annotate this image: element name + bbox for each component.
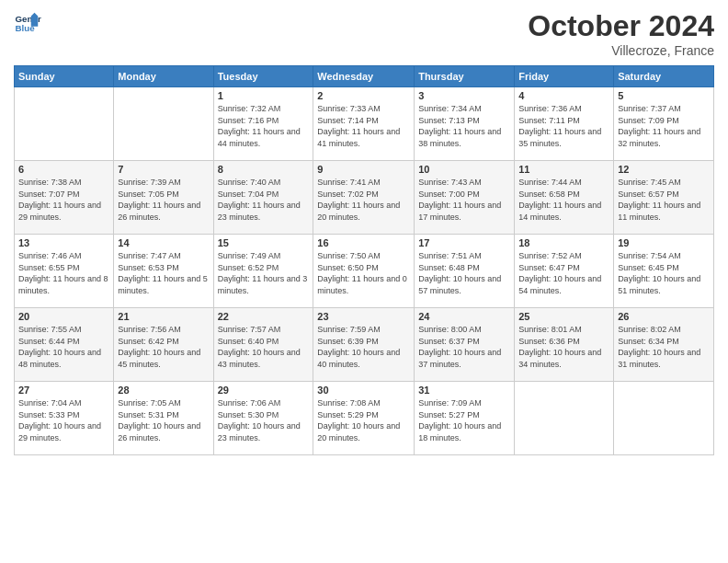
day-number: 27 bbox=[18, 385, 109, 396]
day-info: Sunrise: 8:01 AMSunset: 6:36 PMDaylight:… bbox=[518, 324, 609, 370]
day-number: 7 bbox=[118, 164, 209, 175]
day-number: 18 bbox=[518, 237, 609, 248]
day-number: 8 bbox=[218, 164, 310, 175]
day-info: Sunrise: 7:51 AMSunset: 6:48 PMDaylight:… bbox=[418, 250, 510, 296]
table-row: 20 Sunrise: 7:55 AMSunset: 6:44 PMDaylig… bbox=[15, 308, 114, 382]
day-info: Sunrise: 8:02 AMSunset: 6:34 PMDaylight:… bbox=[618, 324, 710, 370]
table-row: 17 Sunrise: 7:51 AMSunset: 6:48 PMDaylig… bbox=[415, 235, 515, 308]
day-number: 28 bbox=[118, 385, 209, 396]
day-info: Sunrise: 7:55 AMSunset: 6:44 PMDaylight:… bbox=[18, 324, 109, 370]
table-row: 11 Sunrise: 7:44 AMSunset: 6:58 PMDaylig… bbox=[515, 161, 614, 235]
day-info: Sunrise: 7:41 AMSunset: 7:02 PMDaylight:… bbox=[317, 177, 410, 223]
day-number: 4 bbox=[518, 90, 609, 101]
col-tuesday: Tuesday bbox=[213, 66, 313, 87]
day-number: 6 bbox=[18, 164, 109, 175]
day-number: 16 bbox=[317, 237, 410, 248]
table-row: 30 Sunrise: 7:08 AMSunset: 5:29 PMDaylig… bbox=[313, 382, 415, 455]
table-row: 10 Sunrise: 7:43 AMSunset: 7:00 PMDaylig… bbox=[415, 161, 515, 235]
calendar-week-row: 13 Sunrise: 7:46 AMSunset: 6:55 PMDaylig… bbox=[15, 235, 714, 308]
table-row: 14 Sunrise: 7:47 AMSunset: 6:53 PMDaylig… bbox=[114, 235, 213, 308]
day-info: Sunrise: 7:09 AMSunset: 5:27 PMDaylight:… bbox=[418, 397, 510, 443]
day-info: Sunrise: 7:39 AMSunset: 7:05 PMDaylight:… bbox=[118, 177, 209, 223]
day-info: Sunrise: 7:50 AMSunset: 6:50 PMDaylight:… bbox=[317, 250, 410, 296]
day-number: 14 bbox=[118, 237, 209, 248]
table-row: 7 Sunrise: 7:39 AMSunset: 7:05 PMDayligh… bbox=[114, 161, 213, 235]
table-row bbox=[114, 87, 213, 161]
table-row bbox=[515, 382, 614, 455]
col-wednesday: Wednesday bbox=[313, 66, 415, 87]
day-number: 17 bbox=[418, 237, 510, 248]
day-info: Sunrise: 7:59 AMSunset: 6:39 PMDaylight:… bbox=[317, 324, 410, 370]
logo: General Blue bbox=[14, 9, 41, 37]
day-info: Sunrise: 7:38 AMSunset: 7:07 PMDaylight:… bbox=[18, 177, 109, 223]
day-info: Sunrise: 7:33 AMSunset: 7:14 PMDaylight:… bbox=[317, 103, 410, 149]
day-number: 13 bbox=[18, 237, 109, 248]
calendar-week-row: 20 Sunrise: 7:55 AMSunset: 6:44 PMDaylig… bbox=[15, 308, 714, 382]
day-info: Sunrise: 7:32 AMSunset: 7:16 PMDaylight:… bbox=[218, 103, 310, 149]
table-row: 24 Sunrise: 8:00 AMSunset: 6:37 PMDaylig… bbox=[415, 308, 515, 382]
calendar-header-row: Sunday Monday Tuesday Wednesday Thursday… bbox=[15, 66, 714, 87]
day-info: Sunrise: 7:05 AMSunset: 5:31 PMDaylight:… bbox=[118, 397, 209, 443]
table-row: 21 Sunrise: 7:56 AMSunset: 6:42 PMDaylig… bbox=[114, 308, 213, 382]
day-info: Sunrise: 7:43 AMSunset: 7:00 PMDaylight:… bbox=[418, 177, 510, 223]
calendar-week-row: 27 Sunrise: 7:04 AMSunset: 5:33 PMDaylig… bbox=[15, 382, 714, 455]
col-sunday: Sunday bbox=[15, 66, 114, 87]
day-info: Sunrise: 7:44 AMSunset: 6:58 PMDaylight:… bbox=[518, 177, 609, 223]
day-number: 26 bbox=[618, 311, 710, 322]
table-row: 28 Sunrise: 7:05 AMSunset: 5:31 PMDaylig… bbox=[114, 382, 213, 455]
day-number: 23 bbox=[317, 311, 410, 322]
day-number: 30 bbox=[317, 385, 410, 396]
day-info: Sunrise: 7:04 AMSunset: 5:33 PMDaylight:… bbox=[18, 397, 109, 443]
day-number: 24 bbox=[418, 311, 510, 322]
day-number: 20 bbox=[18, 311, 109, 322]
table-row: 1 Sunrise: 7:32 AMSunset: 7:16 PMDayligh… bbox=[213, 87, 313, 161]
day-number: 9 bbox=[317, 164, 410, 175]
logo-icon: General Blue bbox=[14, 9, 41, 37]
table-row: 13 Sunrise: 7:46 AMSunset: 6:55 PMDaylig… bbox=[15, 235, 114, 308]
day-number: 29 bbox=[218, 385, 310, 396]
day-number: 21 bbox=[118, 311, 209, 322]
table-row: 8 Sunrise: 7:40 AMSunset: 7:04 PMDayligh… bbox=[213, 161, 313, 235]
day-info: Sunrise: 7:46 AMSunset: 6:55 PMDaylight:… bbox=[18, 250, 109, 296]
day-number: 31 bbox=[418, 385, 510, 396]
col-friday: Friday bbox=[515, 66, 614, 87]
table-row: 31 Sunrise: 7:09 AMSunset: 5:27 PMDaylig… bbox=[415, 382, 515, 455]
table-row: 2 Sunrise: 7:33 AMSunset: 7:14 PMDayligh… bbox=[313, 87, 415, 161]
table-row: 27 Sunrise: 7:04 AMSunset: 5:33 PMDaylig… bbox=[15, 382, 114, 455]
table-row: 22 Sunrise: 7:57 AMSunset: 6:40 PMDaylig… bbox=[213, 308, 313, 382]
month-title: October 2024 bbox=[528, 9, 714, 43]
day-info: Sunrise: 7:49 AMSunset: 6:52 PMDaylight:… bbox=[218, 250, 310, 296]
day-number: 1 bbox=[218, 90, 310, 101]
table-row bbox=[614, 382, 714, 455]
day-number: 3 bbox=[418, 90, 510, 101]
table-row: 3 Sunrise: 7:34 AMSunset: 7:13 PMDayligh… bbox=[415, 87, 515, 161]
day-info: Sunrise: 7:37 AMSunset: 7:09 PMDaylight:… bbox=[618, 103, 710, 149]
day-info: Sunrise: 7:57 AMSunset: 6:40 PMDaylight:… bbox=[218, 324, 310, 370]
day-info: Sunrise: 7:52 AMSunset: 6:47 PMDaylight:… bbox=[518, 250, 609, 296]
col-monday: Monday bbox=[114, 66, 213, 87]
day-info: Sunrise: 7:40 AMSunset: 7:04 PMDaylight:… bbox=[218, 177, 310, 223]
table-row: 9 Sunrise: 7:41 AMSunset: 7:02 PMDayligh… bbox=[313, 161, 415, 235]
day-number: 10 bbox=[418, 164, 510, 175]
table-row: 4 Sunrise: 7:36 AMSunset: 7:11 PMDayligh… bbox=[515, 87, 614, 161]
calendar-week-row: 1 Sunrise: 7:32 AMSunset: 7:16 PMDayligh… bbox=[15, 87, 714, 161]
day-info: Sunrise: 7:08 AMSunset: 5:29 PMDaylight:… bbox=[317, 397, 410, 443]
calendar-week-row: 6 Sunrise: 7:38 AMSunset: 7:07 PMDayligh… bbox=[15, 161, 714, 235]
day-info: Sunrise: 7:54 AMSunset: 6:45 PMDaylight:… bbox=[618, 250, 710, 296]
calendar-table: Sunday Monday Tuesday Wednesday Thursday… bbox=[14, 65, 714, 455]
title-block: October 2024 Villecroze, France bbox=[528, 9, 714, 58]
day-info: Sunrise: 7:56 AMSunset: 6:42 PMDaylight:… bbox=[118, 324, 209, 370]
table-row: 15 Sunrise: 7:49 AMSunset: 6:52 PMDaylig… bbox=[213, 235, 313, 308]
day-number: 15 bbox=[218, 237, 310, 248]
day-info: Sunrise: 7:34 AMSunset: 7:13 PMDaylight:… bbox=[418, 103, 510, 149]
table-row: 6 Sunrise: 7:38 AMSunset: 7:07 PMDayligh… bbox=[15, 161, 114, 235]
table-row: 25 Sunrise: 8:01 AMSunset: 6:36 PMDaylig… bbox=[515, 308, 614, 382]
day-info: Sunrise: 7:45 AMSunset: 6:57 PMDaylight:… bbox=[618, 177, 710, 223]
day-info: Sunrise: 8:00 AMSunset: 6:37 PMDaylight:… bbox=[418, 324, 510, 370]
col-thursday: Thursday bbox=[415, 66, 515, 87]
page-header: General Blue October 2024 Villecroze, Fr… bbox=[14, 9, 714, 58]
location: Villecroze, France bbox=[528, 43, 714, 58]
day-number: 11 bbox=[518, 164, 609, 175]
day-info: Sunrise: 7:36 AMSunset: 7:11 PMDaylight:… bbox=[518, 103, 609, 149]
table-row: 19 Sunrise: 7:54 AMSunset: 6:45 PMDaylig… bbox=[614, 235, 714, 308]
